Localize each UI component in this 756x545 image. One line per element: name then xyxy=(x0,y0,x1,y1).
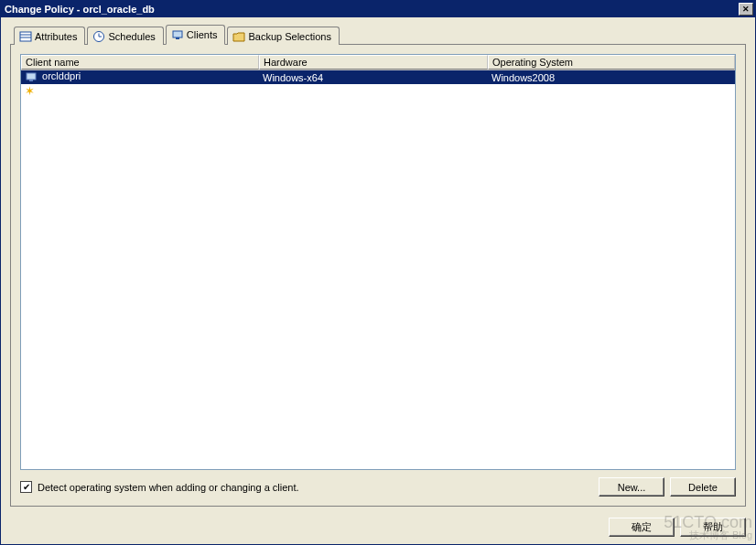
help-button[interactable]: 帮助 xyxy=(680,518,746,537)
tab-backup-selections[interactable]: Backup Selections xyxy=(227,27,340,45)
svg-rect-9 xyxy=(29,80,33,81)
cell-os: Windows2008 xyxy=(488,72,735,83)
schedules-icon xyxy=(92,30,105,43)
tab-label: Attributes xyxy=(35,31,77,42)
new-row-star-icon: ✶ xyxy=(21,84,35,98)
ok-button[interactable]: 确定 xyxy=(609,518,675,537)
tab-clients[interactable]: Clients xyxy=(166,25,226,45)
tab-schedules[interactable]: Schedules xyxy=(87,27,163,45)
computer-icon xyxy=(25,71,38,84)
tab-label: Backup Selections xyxy=(248,31,331,42)
tab-label: Clients xyxy=(187,29,218,40)
tabstrip: Attributes Schedules Clients Backup Sele… xyxy=(10,25,746,45)
tab-label: Schedules xyxy=(108,31,155,42)
cell-client: orclddpri xyxy=(21,70,259,83)
col-os[interactable]: Operating System xyxy=(488,55,735,69)
client-name: orclddpri xyxy=(42,70,81,81)
col-hardware[interactable]: Hardware xyxy=(259,55,488,69)
window-title: Change Policy - orcl_oracle_db xyxy=(3,4,739,15)
clients-listview[interactable]: Client name Hardware Operating System or… xyxy=(20,54,736,470)
titlebar[interactable]: Change Policy - orcl_oracle_db ✕ xyxy=(1,1,755,17)
listview-body[interactable]: orclddpri Windows-x64 Windows2008 ✶ xyxy=(21,70,735,469)
close-icon: ✕ xyxy=(742,5,750,14)
clients-panel: Client name Hardware Operating System or… xyxy=(10,44,746,507)
table-row[interactable]: orclddpri Windows-x64 Windows2008 xyxy=(21,70,735,84)
delete-button[interactable]: Delete xyxy=(670,477,736,497)
cell-hardware: Windows-x64 xyxy=(259,72,488,83)
svg-rect-8 xyxy=(27,73,36,80)
svg-rect-0 xyxy=(20,32,31,41)
detect-os-label: Detect operating system when adding or c… xyxy=(38,482,299,493)
svg-rect-6 xyxy=(173,31,182,37)
new-row-marker[interactable]: ✶ xyxy=(21,84,735,98)
dialog-body: Attributes Schedules Clients Backup Sele… xyxy=(1,17,755,512)
close-button[interactable]: ✕ xyxy=(739,3,753,16)
col-client-name[interactable]: Client name xyxy=(21,55,259,69)
backup-sel-icon xyxy=(232,30,245,43)
svg-rect-7 xyxy=(176,37,179,39)
panel-footer: ✔ Detect operating system when adding or… xyxy=(20,470,736,497)
dialog-buttons: 确定 帮助 xyxy=(1,512,755,544)
detect-os-checkbox[interactable]: ✔ xyxy=(20,481,32,493)
clients-icon xyxy=(171,28,184,41)
listview-header: Client name Hardware Operating System xyxy=(21,55,735,70)
tab-attributes[interactable]: Attributes xyxy=(14,27,85,45)
attributes-icon xyxy=(19,30,32,43)
new-button[interactable]: New... xyxy=(599,477,664,497)
change-policy-dialog: Change Policy - orcl_oracle_db ✕ Attribu… xyxy=(0,0,756,545)
